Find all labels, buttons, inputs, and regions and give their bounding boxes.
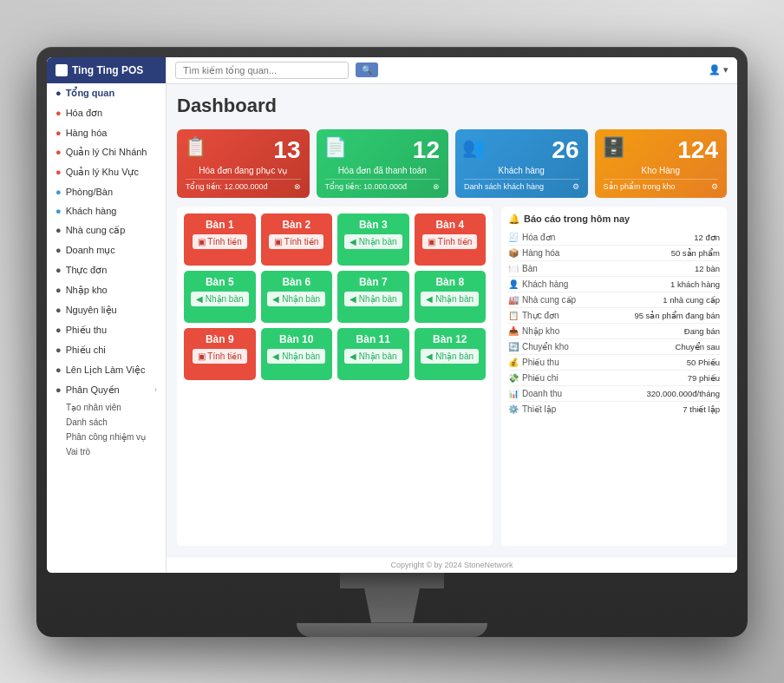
table-card-ban-5[interactable]: Bàn 5 ◀ Nhận bàn: [184, 271, 256, 323]
report-phieu-thu-value: 50 Phiếu: [687, 358, 720, 367]
hoa-don-phuc-vu-icon: 📋: [184, 136, 207, 159]
sidebar-item-khach-hang[interactable]: ● Khách hàng: [47, 201, 166, 220]
report-row-chuyen-kho[interactable]: 🔄 Chuyển kho Chuyển sau: [508, 339, 720, 355]
stat-cards: 📋 13 Hóa đơn đang phục vụ Tổng tiền: 12.…: [177, 129, 727, 198]
report-row-nhap-kho[interactable]: 📥 Nhập kho Đang bán: [508, 324, 720, 339]
report-hoa-don-icon: 🧾: [508, 233, 519, 242]
table-card-ban-10[interactable]: Bàn 10 ◀ Nhận bàn: [261, 328, 333, 380]
monitor-screen: Ting Ting POS ● Tổng quan ● Hóa đơn ● Hà…: [47, 57, 737, 573]
monitor: Ting Ting POS ● Tổng quan ● Hóa đơn ● Hà…: [36, 47, 748, 637]
sidebar-item-phong-ban[interactable]: ● Phòng/Bàn: [47, 182, 166, 201]
report-ban-icon: 🍽️: [508, 264, 519, 273]
sidebar-item-thuc-don[interactable]: ● Thực đơn: [47, 260, 166, 280]
report-row-khach-hang[interactable]: 👤 Khách hàng 1 khách hàng: [508, 277, 720, 292]
report-ban-value: 12 bàn: [695, 264, 720, 273]
table-card-ban-3[interactable]: Bàn 3 ◀ Nhận bàn: [337, 213, 409, 266]
sidebar-item-nguyen-lieu[interactable]: ● Nguyên liệu: [47, 300, 166, 320]
copyright-text: Copyright © by 2024 StoneNetwork: [390, 561, 513, 569]
table-card-ban-9[interactable]: Bàn 9 ▣ Tính tiền: [184, 328, 256, 380]
report-row-thiet-lap[interactable]: ⚙️ Thiết lập 7 thiết lập: [508, 402, 720, 417]
sidebar-item-phan-cong[interactable]: Phân công nhiệm vụ: [47, 430, 166, 444]
stat-card-hoa-don-phuc-vu[interactable]: 📋 13 Hóa đơn đang phục vụ Tổng tiền: 12.…: [177, 129, 310, 198]
report-row-thuc-don[interactable]: 📋 Thực đơn 95 sản phẩm đang bán: [508, 308, 720, 324]
sidebar-label-hang-hoa: Hàng hóa: [66, 128, 108, 138]
report-row-hang-hoa[interactable]: 📦 Hàng hóa 50 sản phẩm: [508, 246, 720, 261]
table-card-ban-12[interactable]: Bàn 12 ◀ Nhận bàn: [415, 328, 487, 380]
table-card-ban-8[interactable]: Bàn 8 ◀ Nhận bàn: [415, 271, 487, 323]
report-khach-hang-value: 1 khách hàng: [670, 279, 720, 289]
logo-icon: [56, 64, 68, 76]
report-chuyen-kho-icon: 🔄: [508, 342, 519, 351]
search-button[interactable]: 🔍: [356, 62, 378, 77]
sidebar-label-tong-quan: Tổng quan: [66, 88, 115, 99]
table-card-ban-7[interactable]: Bàn 7 ◀ Nhận bàn: [337, 271, 409, 323]
table-card-ban-4[interactable]: Bàn 4 ▣ Tính tiền: [415, 213, 487, 266]
sidebar-item-danh-sach[interactable]: Danh sách: [47, 415, 166, 430]
sidebar-label-nguyen-lieu: Nguyên liệu: [66, 305, 117, 316]
kho-hang-sub: Sản phẩm trong kho ⚙: [604, 179, 719, 191]
report-nha-cung-cap-icon: 🏭: [508, 295, 519, 305]
table-card-ban-2[interactable]: Bàn 2 ▣ Tính tiền: [261, 213, 333, 266]
sidebar: Ting Ting POS ● Tổng quan ● Hóa đơn ● Hà…: [47, 57, 167, 573]
report-row-nha-cung-cap[interactable]: 🏭 Nhà cung cấp 1 nhà cung cấp: [508, 292, 720, 308]
sidebar-item-nha-cung-cap[interactable]: ● Nhà cung cấp: [47, 220, 166, 240]
stat-card-hoa-don-thanh-toan[interactable]: 📄 12 Hóa đơn đã thanh toán Tổng tiền: 10…: [317, 129, 449, 198]
sidebar-item-hang-hoa[interactable]: ● Hàng hóa: [47, 123, 166, 142]
sidebar-label-phieu-chi: Phiếu chi: [66, 345, 106, 356]
report-bell-icon: 🔔: [508, 213, 520, 225]
report-row-ban[interactable]: 🍽️ Bàn 12 bàn: [508, 261, 720, 277]
report-nha-cung-cap-value: 1 nhà cung cấp: [663, 295, 720, 305]
sidebar-item-quan-ly-khu-vuc[interactable]: ● Quản lý Khu Vực: [47, 162, 166, 182]
user-menu[interactable]: 👤 ▾: [709, 64, 728, 76]
sidebar-label-phong-ban: Phòng/Bàn: [66, 187, 113, 197]
sidebar-label-khu-vuc: Quản lý Khu Vực: [66, 167, 139, 178]
report-doanh-thu-value: 320.000.000đ/tháng: [646, 389, 720, 398]
bottom-section: Bàn 1 ▣ Tính tiền Bàn 2 ▣ Tính tiền Bàn …: [177, 207, 727, 546]
sidebar-label-nhap-kho: Nhập kho: [66, 285, 108, 296]
sidebar-item-tao-nhan-vien[interactable]: Tạo nhân viên: [47, 400, 166, 415]
sidebar-label-phan-quyen: Phân Quyền: [66, 384, 120, 396]
sidebar-item-vai-tro[interactable]: Vai trò: [47, 444, 166, 459]
search-input[interactable]: [175, 62, 349, 79]
report-row-phieu-thu[interactable]: 💰 Phiếu thu 50 Phiếu: [508, 355, 720, 371]
report-hang-hoa-value: 50 sản phẩm: [671, 248, 720, 258]
khach-hang-label: Khách hàng: [464, 166, 579, 175]
app: Ting Ting POS ● Tổng quan ● Hóa đơn ● Hà…: [47, 57, 737, 573]
sidebar-item-lien-lich[interactable]: ● Lên Lịch Làm Việc: [47, 360, 166, 380]
report-title: 🔔 Báo cáo trong hôm nay: [508, 213, 720, 225]
report-doanh-thu-icon: 📊: [508, 389, 519, 398]
report-hoa-don-value: 12 đơn: [694, 233, 720, 242]
stat-card-khach-hang[interactable]: 👥 26 Khách hàng Danh sách khách hàng ⚙: [455, 129, 588, 198]
sidebar-item-quan-ly-chi-nhanh[interactable]: ● Quản lý Chi Nhánh: [47, 142, 166, 162]
hoa-don-thanh-toan-icon: 📄: [323, 136, 347, 159]
sidebar-label-lien-lich: Lên Lịch Làm Việc: [66, 364, 146, 376]
content-area: Dashboard 📋 13 Hóa đơn đang phục vụ Tổng…: [167, 84, 737, 556]
sidebar-item-phan-quyen[interactable]: ● Phân Quyền ›: [47, 380, 166, 400]
sidebar-label-khach-hang: Khách hàng: [66, 206, 117, 216]
table-card-ban-11[interactable]: Bàn 11 ◀ Nhận bàn: [337, 328, 409, 380]
report-nhap-kho-icon: 📥: [508, 326, 519, 336]
topbar: 🔍 👤 ▾: [167, 57, 737, 84]
sidebar-item-doanh-muc[interactable]: ● Doanh mục: [47, 240, 166, 260]
report-row-hoa-don[interactable]: 🧾 Hóa đơn 12 đơn: [508, 230, 720, 246]
footer: Copyright © by 2024 StoneNetwork: [167, 556, 737, 573]
report-phieu-thu-icon: 💰: [508, 358, 519, 367]
report-thiet-lap-icon: ⚙️: [508, 404, 519, 414]
stat-card-kho-hang[interactable]: 🗄️ 124 Kho Hàng Sản phẩm trong kho ⚙: [595, 129, 728, 198]
main-content: 🔍 👤 ▾ Dashboard 📋 13 Hóa đơn đang phục v…: [167, 57, 737, 573]
sidebar-item-nhap-kho[interactable]: ● Nhập kho: [47, 280, 166, 300]
sidebar-item-tong-quan[interactable]: ● Tổng quan: [47, 83, 166, 103]
hoa-don-phuc-vu-sub: Tổng tiền: 12.000.000đ ⊗: [186, 179, 301, 191]
report-panel: 🔔 Báo cáo trong hôm nay 🧾 Hóa đơn 12 đơn: [501, 207, 727, 546]
report-row-phieu-chi[interactable]: 💸 Phiếu chi 79 phiếu: [508, 371, 720, 386]
hoa-don-thanh-toan-sub: Tổng tiền: 10.000.000đ ⊗: [325, 179, 441, 191]
table-card-ban-6[interactable]: Bàn 6 ◀ Nhận bàn: [261, 271, 333, 323]
sidebar-item-phieu-chi[interactable]: ● Phiếu chi: [47, 340, 166, 360]
report-row-doanh-thu[interactable]: 📊 Doanh thu 320.000.000đ/tháng: [508, 386, 720, 402]
table-card-ban-1[interactable]: Bàn 1 ▣ Tính tiền: [184, 213, 256, 266]
logo-text: Ting Ting POS: [72, 64, 143, 76]
report-thuc-don-value: 95 sản phẩm đang bán: [634, 311, 720, 320]
report-phieu-chi-value: 79 phiếu: [688, 373, 720, 383]
sidebar-item-phieu-thu[interactable]: ● Phiếu thu: [47, 320, 166, 340]
sidebar-item-hoa-don[interactable]: ● Hóa đơn: [47, 103, 166, 123]
